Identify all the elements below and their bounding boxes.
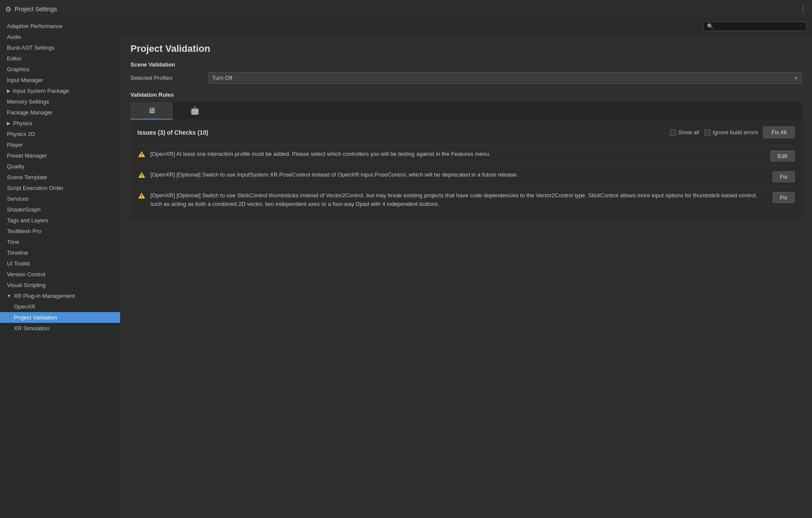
show-all-label[interactable]: Show all <box>670 129 699 136</box>
svg-text:!: ! <box>141 173 142 178</box>
sidebar-item-audio[interactable]: Audio <box>0 32 120 42</box>
sidebar-item-label-services: Services <box>7 196 29 202</box>
main-layout: Adaptive PerformanceAudioBurst AOT Setti… <box>0 18 812 518</box>
issue-btn-issue-2[interactable]: Fix <box>773 171 795 182</box>
sidebar-item-label-visual-scripting: Visual Scripting <box>7 282 45 288</box>
platform-tabs: 🖥 🤖 <box>130 102 802 120</box>
search-bar: 🔍 <box>120 18 812 35</box>
sidebar-item-label-ui-toolkit: UI Toolkit <box>7 260 30 267</box>
sidebar-item-adaptive-performance[interactable]: Adaptive Performance <box>0 21 120 32</box>
show-all-checkbox[interactable] <box>670 130 676 136</box>
svg-text:!: ! <box>141 152 142 157</box>
sidebar-item-label-editor: Editor <box>7 55 22 62</box>
sidebar-item-label-input-manager: Input Manager <box>7 77 43 83</box>
sidebar-item-label-preset-manager: Preset Manager <box>7 152 47 159</box>
warning-icon-issue-2: ! <box>137 171 146 180</box>
sidebar-item-script-execution-order[interactable]: Script Execution Order <box>0 183 120 193</box>
sidebar-item-version-control[interactable]: Version Control <box>0 269 120 280</box>
arrow-icon-input-system-package: ▶ <box>7 88 10 93</box>
menu-icon[interactable]: ⋮ <box>799 4 807 14</box>
sidebar-item-graphics[interactable]: Graphics <box>0 64 120 75</box>
sidebar-item-input-system-package[interactable]: ▶Input System Package <box>0 85 120 96</box>
sidebar-item-services[interactable]: Services <box>0 193 120 204</box>
sidebar-item-label-burst-aot: Burst AOT Settings <box>7 44 54 51</box>
sidebar-item-label-xr-plug-in-management: XR Plug-in Management <box>14 293 75 299</box>
sidebar-item-label-memory-settings: Memory Settings <box>7 98 49 105</box>
search-input-wrap[interactable]: 🔍 <box>703 22 807 31</box>
sidebar-item-label-tags-and-layers: Tags and Layers <box>7 217 48 224</box>
sidebar-item-player[interactable]: Player <box>0 139 120 150</box>
sidebar-item-label-openxr: OpenXR <box>14 303 35 310</box>
content-body: Project Validation Scene Validation Sele… <box>120 35 812 518</box>
sidebar-item-tags-and-layers[interactable]: Tags and Layers <box>0 215 120 226</box>
sidebar-item-memory-settings[interactable]: Memory Settings <box>0 96 120 107</box>
sidebar-item-project-validation[interactable]: Project Validation <box>0 312 120 323</box>
title-bar: ⚙ Project Settings ⋮ <box>0 0 812 18</box>
sidebar-item-label-project-validation: Project Validation <box>14 314 57 321</box>
issue-row-issue-2: ![OpenXR] [Optional] Switch to use Input… <box>137 166 795 186</box>
sidebar-item-label-textmesh-pro: TextMesh Pro <box>7 228 41 234</box>
profiles-select[interactable]: Turn Off Default Custom <box>208 72 802 84</box>
warning-triangle-issue-2: ! <box>138 171 146 180</box>
warning-triangle-issue-3: ! <box>138 192 146 200</box>
sidebar-item-label-script-execution-order: Script Execution Order <box>7 185 63 191</box>
sidebar-item-physics-2d[interactable]: Physics 2D <box>0 129 120 139</box>
sidebar-item-input-manager[interactable]: Input Manager <box>0 75 120 85</box>
profiles-row: Selected Profiles Turn Off Default Custo… <box>130 72 802 84</box>
sidebar-item-label-player: Player <box>7 142 23 148</box>
sidebar-item-burst-aot[interactable]: Burst AOT Settings <box>0 42 120 53</box>
sidebar-item-xr-plug-in-management[interactable]: ▼XR Plug-in Management <box>0 291 120 301</box>
validation-rules-title: Validation Rules <box>130 92 802 98</box>
sidebar-item-visual-scripting[interactable]: Visual Scripting <box>0 280 120 291</box>
sidebar-item-scene-template[interactable]: Scene Template <box>0 172 120 183</box>
sidebar-item-time[interactable]: Time <box>0 237 120 247</box>
sidebar-item-ui-toolkit[interactable]: UI Toolkit <box>0 258 120 269</box>
sidebar-item-preset-manager[interactable]: Preset Manager <box>0 150 120 161</box>
sidebar-item-label-version-control: Version Control <box>7 271 45 278</box>
ignore-build-errors-checkbox[interactable] <box>704 130 710 136</box>
sidebar-item-label-time: Time <box>7 239 19 245</box>
profiles-label: Selected Profiles <box>130 75 208 81</box>
sidebar-item-physics[interactable]: ▶Physics <box>0 118 120 129</box>
sidebar-item-textmesh-pro[interactable]: TextMesh Pro <box>0 226 120 237</box>
search-input[interactable] <box>715 23 803 29</box>
sidebar-item-label-quality: Quality <box>7 163 24 170</box>
sidebar-item-label-audio: Audio <box>7 34 21 40</box>
warning-triangle-issue-1: ! <box>138 151 146 159</box>
sidebar-item-label-graphics: Graphics <box>7 66 29 73</box>
issue-row-issue-1: ![OpenXR] At least one interaction profi… <box>137 145 795 166</box>
tab-desktop[interactable]: 🖥 <box>130 102 173 120</box>
fix-all-button[interactable]: Fix All <box>763 126 795 138</box>
sidebar-item-xr-simulation[interactable]: XR Simulation <box>0 323 120 334</box>
sidebar-item-timeline[interactable]: Timeline <box>0 247 120 258</box>
sidebar-item-label-adaptive-performance: Adaptive Performance <box>7 23 63 29</box>
ignore-build-errors-text: Ignore build errors <box>713 129 758 136</box>
window-title: Project Settings <box>15 6 57 13</box>
sidebar-item-shader-graph[interactable]: ShaderGraph <box>0 204 120 215</box>
show-all-text: Show all <box>678 129 699 136</box>
gear-icon: ⚙ <box>5 5 11 13</box>
ignore-build-errors-label[interactable]: Ignore build errors <box>704 129 758 136</box>
warning-icon-issue-3: ! <box>137 192 146 200</box>
issues-title: Issues (3) of Checks (10) <box>137 129 665 136</box>
issue-row-issue-3: ![OpenXR] [Optional] Switch to use Stick… <box>137 186 795 212</box>
sidebar-item-label-timeline: Timeline <box>7 250 28 256</box>
issue-text-issue-1: [OpenXR] At least one interaction profil… <box>150 150 766 158</box>
sidebar-item-label-physics: Physics <box>13 120 32 126</box>
sidebar-item-label-package-manager: Package Manager <box>7 109 53 116</box>
profiles-select-wrap[interactable]: Turn Off Default Custom ▼ <box>208 72 802 84</box>
svg-text:!: ! <box>141 194 142 199</box>
issue-btn-issue-3[interactable]: Fix <box>773 192 795 203</box>
page-title: Project Validation <box>130 43 802 54</box>
issue-text-issue-2: [OpenXR] [Optional] Switch to use InputS… <box>150 171 768 179</box>
sidebar: Adaptive PerformanceAudioBurst AOT Setti… <box>0 18 120 518</box>
sidebar-item-quality[interactable]: Quality <box>0 161 120 172</box>
desktop-icon: 🖥 <box>148 106 155 115</box>
sidebar-item-editor[interactable]: Editor <box>0 53 120 64</box>
sidebar-item-openxr[interactable]: OpenXR <box>0 301 120 312</box>
issues-header: Issues (3) of Checks (10) Show all Ignor… <box>137 126 795 138</box>
warning-icon-issue-1: ! <box>137 150 146 159</box>
tab-android[interactable]: 🤖 <box>173 102 217 120</box>
sidebar-item-package-manager[interactable]: Package Manager <box>0 107 120 118</box>
issue-btn-issue-1[interactable]: Edit <box>771 151 795 161</box>
